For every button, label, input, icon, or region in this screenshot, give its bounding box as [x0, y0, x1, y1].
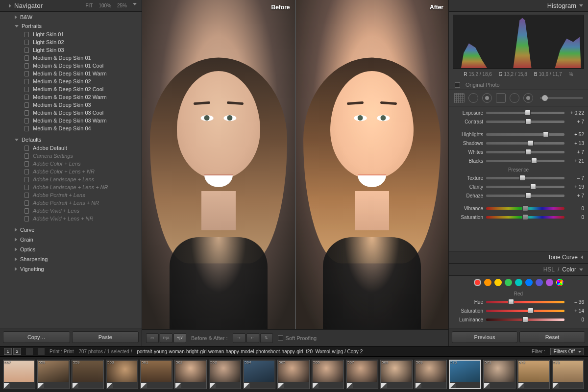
original-photo-checkbox[interactable]: [455, 82, 460, 88]
preset-item[interactable]: Camera Settings: [0, 152, 142, 160]
color-dot-5[interactable]: [525, 279, 533, 286]
thumbnail[interactable]: 565: [277, 360, 310, 389]
preset-item[interactable]: Adobe Color + Lens: [0, 160, 142, 168]
preset-item[interactable]: Adobe Color + Lens + NR: [0, 168, 142, 175]
blacks-slider[interactable]: Blacks + 21: [453, 156, 584, 165]
thumbnail[interactable]: 559: [72, 360, 104, 389]
slider-track[interactable]: [486, 121, 564, 123]
page-2-button[interactable]: 2: [13, 348, 21, 355]
slider-track[interactable]: [486, 310, 564, 312]
tool-size-slider[interactable]: [540, 97, 583, 99]
slider-track[interactable]: [486, 216, 564, 219]
paste-button[interactable]: Paste: [72, 331, 139, 343]
thumbnail[interactable]: 566: [312, 360, 344, 389]
spot-tool-icon[interactable]: [468, 93, 478, 103]
histogram[interactable]: [453, 15, 584, 69]
thumbnail[interactable]: 562: [174, 360, 207, 389]
preset-item[interactable]: Medium & Deep Skin 01 Cool: [0, 62, 142, 70]
redeye-tool-icon[interactable]: [482, 93, 492, 103]
preset-item[interactable]: Light Skin 02: [0, 38, 142, 46]
copy-button[interactable]: Copy…: [3, 331, 70, 343]
preset-group-defaults[interactable]: Defaults: [0, 135, 142, 144]
tone-curve-panel-header[interactable]: Tone Curve: [449, 251, 588, 263]
preset-item[interactable]: Adobe Landscape + Lens + NR: [0, 183, 142, 191]
preset-item[interactable]: Adobe Portrait + Lens + NR: [0, 199, 142, 207]
preset-item[interactable]: Medium & Deep Skin 02 Cool: [0, 85, 142, 93]
preset-item[interactable]: Medium & Deep Skin 02 Warm: [0, 93, 142, 101]
preset-section-sharpening[interactable]: Sharpening: [0, 255, 142, 264]
view-loupe-button[interactable]: ▭: [146, 333, 159, 343]
preset-item[interactable]: Medium & Deep Skin 01: [0, 54, 142, 62]
preset-item[interactable]: Adobe Vivid + Lens + NR: [0, 215, 142, 222]
hue-slider[interactable]: Hue – 36: [453, 297, 584, 306]
slider-track[interactable]: [486, 160, 564, 162]
preset-item[interactable]: Medium & Deep Skin 02: [0, 77, 142, 85]
saturation-slider[interactable]: Saturation + 14: [453, 306, 584, 315]
brush-tool-icon[interactable]: [523, 93, 533, 103]
clarity-slider[interactable]: Clarity + 19: [453, 182, 584, 191]
zoom-dropdown-icon[interactable]: [133, 3, 137, 5]
shadows-slider[interactable]: Shadows + 13: [453, 139, 584, 147]
soft-proofing-checkbox[interactable]: [278, 335, 283, 341]
preset-item[interactable]: Light Skin 03: [0, 46, 142, 54]
zoom-fit[interactable]: FIT: [85, 3, 93, 8]
swap-right-button[interactable]: ⇢: [233, 333, 245, 343]
slider-track[interactable]: [486, 112, 564, 114]
filter-dropdown[interactable]: Filters Off: [550, 348, 584, 355]
color-dot-0[interactable]: [474, 279, 481, 286]
thumbnail[interactable]: 564: [243, 360, 275, 389]
saturation-slider[interactable]: Saturation 0: [453, 213, 584, 221]
preset-section-optics[interactable]: Optics: [0, 245, 142, 254]
dehaze-slider[interactable]: Dehaze + 7: [453, 191, 584, 200]
slider-track[interactable]: [486, 177, 564, 179]
hsl-color-panel-header[interactable]: HSL / Color: [449, 263, 588, 276]
highlights-slider[interactable]: Highlights + 52: [453, 130, 584, 139]
thumbnail[interactable]: 569: [415, 360, 447, 389]
color-dot-2[interactable]: [494, 279, 502, 286]
navigator-disclose-icon[interactable]: [9, 4, 11, 8]
slider-track[interactable]: [486, 195, 564, 197]
thumbnail[interactable]: 570: [449, 360, 481, 389]
vibrance-slider[interactable]: Vibrance 0: [453, 204, 584, 213]
preset-group-bw[interactable]: B&W: [0, 13, 142, 22]
preset-group-portraits[interactable]: Portraits: [0, 22, 142, 30]
preset-section-vignetting[interactable]: Vignetting: [0, 265, 142, 273]
slider-track[interactable]: [486, 151, 564, 153]
previous-button[interactable]: Previous: [452, 331, 517, 343]
histogram-disclose-icon[interactable]: [579, 4, 583, 7]
preset-item[interactable]: Adobe Portrait + Lens: [0, 191, 142, 199]
page-1-button[interactable]: 1: [4, 348, 12, 355]
color-dot-6[interactable]: [536, 279, 543, 286]
texture-slider[interactable]: Texture – 7: [453, 173, 584, 182]
thumbnail[interactable]: 568: [380, 360, 413, 389]
swap-both-button[interactable]: ⇅: [260, 333, 273, 343]
thumbnail[interactable]: 557: [3, 360, 35, 389]
contrast-slider[interactable]: Contrast + 7: [453, 117, 584, 126]
slider-track[interactable]: [486, 207, 564, 210]
grid-view-icon[interactable]: [26, 348, 33, 355]
thumbnail[interactable]: 571: [483, 360, 515, 389]
thumbnail[interactable]: 560: [106, 360, 138, 389]
view-ra-button[interactable]: R|A: [160, 333, 172, 343]
zoom-current[interactable]: 25%: [117, 3, 127, 8]
color-dot-4[interactable]: [515, 279, 522, 286]
view-yy-button[interactable]: Y|Y: [173, 333, 186, 343]
slider-track[interactable]: [486, 133, 564, 136]
mask-tool-icon[interactable]: [496, 93, 506, 103]
exposure-slider[interactable]: Exposure + 0,22: [453, 108, 584, 117]
radial-tool-icon[interactable]: [510, 93, 519, 103]
thumbnail[interactable]: 563: [209, 360, 241, 389]
slider-track[interactable]: [486, 142, 564, 145]
thumbnail[interactable]: 558: [37, 360, 70, 389]
preset-item[interactable]: Adobe Vivid + Lens: [0, 207, 142, 215]
swap-left-button[interactable]: ⇠: [246, 333, 259, 343]
preset-item[interactable]: Light Skin 01: [0, 30, 142, 38]
slider-track[interactable]: [486, 186, 564, 188]
filmstrip[interactable]: 5575585595605615625635645655665675685695…: [0, 357, 588, 392]
preset-section-curve[interactable]: Curve: [0, 225, 142, 234]
thumbnail[interactable]: 561: [140, 360, 172, 389]
compare-view-icon[interactable]: [38, 348, 45, 355]
whites-slider[interactable]: Whites + 7: [453, 147, 584, 156]
breadcrumb[interactable]: Print : Print: [49, 349, 74, 354]
color-dot-3[interactable]: [505, 279, 512, 286]
